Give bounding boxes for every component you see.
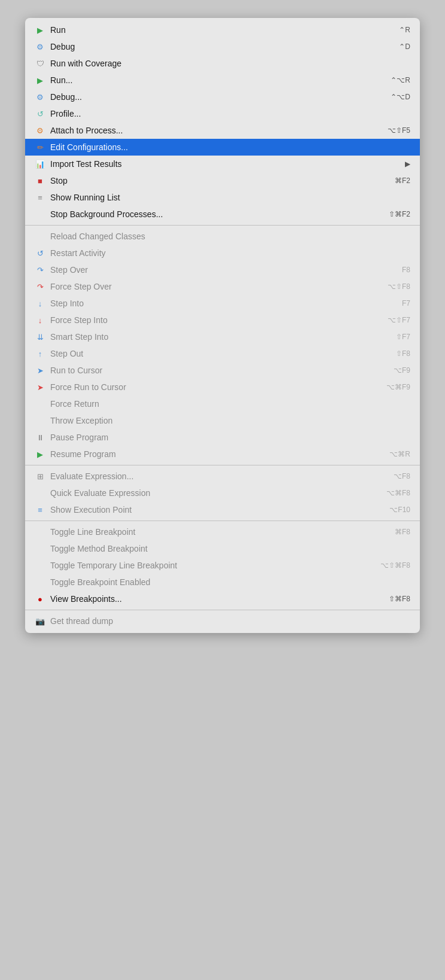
- menu-label-toggle-method-breakpoint: Toggle Method Breakpoint: [50, 544, 148, 553]
- menu-item-pause-program: ⏸Pause Program: [25, 429, 420, 446]
- menu-label-resume-program: Resume Program: [50, 449, 116, 459]
- menu-item-debug[interactable]: ⚙Debug⌃D: [25, 38, 420, 55]
- stop-background-icon: [35, 209, 45, 220]
- menu-item-left-toggle-line-breakpoint: Toggle Line Breakpoint: [35, 526, 135, 537]
- menu-item-run-dots[interactable]: ▶Run...⌃⌥R: [25, 72, 420, 89]
- menu-item-left-step-into: ↓Step Into: [35, 298, 84, 309]
- profile-icon: ↺: [35, 108, 45, 119]
- reload-changed-classes-icon: [35, 231, 45, 242]
- menu-label-evaluate-expression: Evaluate Expression...: [50, 471, 133, 481]
- menu-shortcut-run-dots: ⌃⌥R: [391, 76, 410, 84]
- toggle-method-breakpoint-icon: [35, 543, 45, 554]
- menu-shortcut-run: ⌃R: [399, 26, 410, 34]
- menu-item-attach-to-process[interactable]: ⚙Attach to Process...⌥⇧F5: [25, 122, 420, 139]
- menu-item-left-toggle-breakpoint-enabled: Toggle Breakpoint Enabled: [35, 577, 150, 588]
- menu-label-import-test-results: Import Test Results: [50, 159, 122, 169]
- attach-to-process-icon: ⚙: [35, 125, 45, 136]
- menu-shortcut-stop: ⌘F2: [395, 176, 410, 185]
- force-run-to-cursor-icon: ➤: [35, 382, 45, 392]
- menu-item-restart-activity: ↺Restart Activity: [25, 245, 420, 261]
- menu-item-left-force-step-into: ↓Force Step Into: [35, 315, 108, 325]
- show-running-list-icon: ≡: [35, 192, 45, 203]
- menu-label-show-running-list: Show Running List: [50, 193, 120, 202]
- menu-item-left-evaluate-expression: ⊞Evaluate Expression...: [35, 471, 133, 482]
- smart-step-into-icon: ⇊: [35, 331, 45, 342]
- menu-label-throw-exception: Throw Exception: [50, 416, 112, 425]
- menu-item-left-restart-activity: ↺Restart Activity: [35, 248, 106, 258]
- menu-shortcut-quick-evaluate-expression: ⌥⌘F8: [386, 489, 410, 497]
- menu-label-run-with-coverage: Run with Coverage: [50, 59, 121, 68]
- menu-shortcut-step-over: F8: [402, 266, 410, 274]
- menu-item-left-run: ▶Run: [35, 25, 66, 35]
- menu-item-import-test-results[interactable]: 📊Import Test Results▶: [25, 156, 420, 172]
- menu-shortcut-toggle-temporary-line-breakpoint: ⌥⇧⌘F8: [380, 561, 410, 570]
- menu-shortcut-stop-background: ⇧⌘F2: [389, 210, 410, 218]
- menu-label-run-dots: Run...: [50, 75, 72, 85]
- menu-item-left-reload-changed-classes: Reload Changed Classes: [35, 231, 145, 242]
- edit-configurations-icon: ✏: [35, 142, 45, 153]
- toggle-breakpoint-enabled-icon: [35, 577, 45, 588]
- menu-item-reload-changed-classes: Reload Changed Classes: [25, 228, 420, 245]
- menu-item-left-show-running-list: ≡Show Running List: [35, 192, 120, 203]
- menu-item-left-quick-evaluate-expression: Quick Evaluate Expression: [35, 488, 150, 498]
- menu-item-run-with-coverage[interactable]: 🛡Run with Coverage: [25, 55, 420, 72]
- restart-activity-icon: ↺: [35, 248, 45, 258]
- menu-item-left-stop: ■Stop: [35, 175, 68, 186]
- menu-item-debug-dots[interactable]: ⚙Debug...⌃⌥D: [25, 89, 420, 105]
- menu-item-force-run-to-cursor: ➤Force Run to Cursor⌥⌘F9: [25, 379, 420, 395]
- menu-item-left-get-thread-dump: 📷Get thread dump: [35, 616, 113, 626]
- menu-shortcut-toggle-line-breakpoint: ⌘F8: [395, 528, 410, 536]
- menu-item-edit-configurations[interactable]: ✏Edit Configurations...: [25, 139, 420, 156]
- menu-shortcut-debug: ⌃D: [399, 42, 410, 51]
- menu-item-step-over: ↷Step OverF8: [25, 261, 420, 278]
- menu-item-show-execution-point: ≡Show Execution Point⌥F10: [25, 501, 420, 518]
- menu-item-run[interactable]: ▶Run⌃R: [25, 22, 420, 38]
- menu-label-force-run-to-cursor: Force Run to Cursor: [50, 382, 126, 392]
- menu-label-step-into: Step Into: [50, 299, 84, 308]
- menu-item-toggle-method-breakpoint: Toggle Method Breakpoint: [25, 540, 420, 557]
- menu-label-stop-background: Stop Background Processes...: [50, 209, 163, 219]
- menu-item-left-pause-program: ⏸Pause Program: [35, 432, 108, 443]
- menu-item-left-run-to-cursor: ➤Run to Cursor: [35, 365, 102, 376]
- menu-item-left-import-test-results: 📊Import Test Results: [35, 159, 122, 169]
- menu-label-pause-program: Pause Program: [50, 433, 108, 442]
- menu-item-left-toggle-method-breakpoint: Toggle Method Breakpoint: [35, 543, 148, 554]
- menu-label-step-out: Step Out: [50, 349, 83, 358]
- menu-label-toggle-line-breakpoint: Toggle Line Breakpoint: [50, 527, 135, 537]
- menu-item-profile[interactable]: ↺Profile...: [25, 105, 420, 122]
- menu-shortcut-step-out: ⇧F8: [396, 349, 410, 358]
- menu-label-show-execution-point: Show Execution Point: [50, 505, 132, 515]
- menu-label-toggle-temporary-line-breakpoint: Toggle Temporary Line Breakpoint: [50, 561, 177, 570]
- step-out-icon: ↑: [35, 348, 45, 359]
- force-step-over-icon: ↷: [35, 281, 45, 292]
- menu-label-attach-to-process: Attach to Process...: [50, 126, 123, 135]
- menu-item-smart-step-into: ⇊Smart Step Into⇧F7: [25, 328, 420, 345]
- toggle-temporary-line-breakpoint-icon: [35, 560, 45, 571]
- menu-item-left-profile: ↺Profile...: [35, 108, 81, 119]
- stop-icon: ■: [35, 175, 45, 186]
- get-thread-dump-icon: 📷: [35, 616, 45, 626]
- menu-item-run-to-cursor: ➤Run to Cursor⌥F9: [25, 362, 420, 379]
- import-test-results-icon: 📊: [35, 159, 45, 169]
- pause-program-icon: ⏸: [35, 432, 45, 443]
- run-dots-icon: ▶: [35, 75, 45, 86]
- menu-item-view-breakpoints[interactable]: ●View Breakpoints...⇧⌘F8: [25, 591, 420, 607]
- menu-item-quick-evaluate-expression: Quick Evaluate Expression⌥⌘F8: [25, 485, 420, 501]
- menu-label-get-thread-dump: Get thread dump: [50, 616, 113, 626]
- menu-label-quick-evaluate-expression: Quick Evaluate Expression: [50, 488, 150, 498]
- menu-label-view-breakpoints: View Breakpoints...: [50, 594, 122, 604]
- menu-item-left-edit-configurations: ✏Edit Configurations...: [35, 142, 128, 153]
- force-return-icon: [35, 398, 45, 409]
- menu-label-reload-changed-classes: Reload Changed Classes: [50, 232, 145, 241]
- menu-item-force-step-into: ↓Force Step Into⌥⇧F7: [25, 312, 420, 328]
- menu-shortcut-view-breakpoints: ⇧⌘F8: [389, 595, 410, 603]
- menu-item-left-force-return: Force Return: [35, 398, 99, 409]
- menu-item-left-smart-step-into: ⇊Smart Step Into: [35, 331, 108, 342]
- menu-shortcut-smart-step-into: ⇧F7: [396, 333, 410, 341]
- menu-item-show-running-list[interactable]: ≡Show Running List: [25, 189, 420, 206]
- step-over-icon: ↷: [35, 264, 45, 275]
- menu-item-stop-background[interactable]: Stop Background Processes...⇧⌘F2: [25, 206, 420, 223]
- show-execution-point-icon: ≡: [35, 504, 45, 515]
- menu-item-stop[interactable]: ■Stop⌘F2: [25, 172, 420, 189]
- separator: [25, 465, 420, 465]
